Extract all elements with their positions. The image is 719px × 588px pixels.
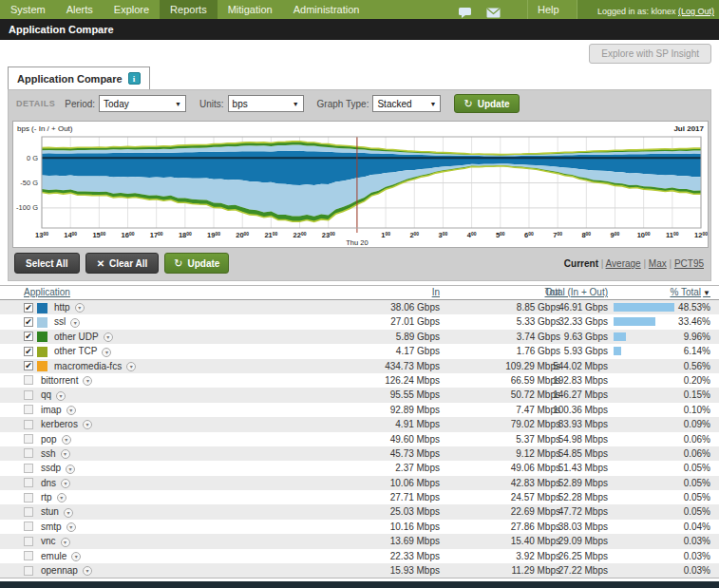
series-color-swatch (37, 332, 47, 342)
row-dropdown-icon[interactable]: ▾ (64, 508, 73, 518)
application-name: vnc▾ (41, 534, 70, 548)
row-dropdown-icon[interactable]: ▾ (56, 391, 66, 401)
row-dropdown-icon[interactable]: ▾ (126, 362, 136, 371)
period-select[interactable]: Today▼ (99, 95, 186, 112)
table-row-other-TCP: ✔other TCP▾4.17 Gbps1.76 Gbps5.93 Gbps6.… (0, 344, 719, 358)
svg-text:1000: 1000 (637, 231, 651, 240)
row-dropdown-icon[interactable]: ▾ (62, 435, 71, 445)
nav-item-mitigation[interactable]: Mitigation (218, 0, 283, 19)
row-checkbox[interactable] (24, 566, 33, 576)
table-row-dns: dns▾10.06 Mbps42.83 Mbps52.89 Mbps0.05% (0, 476, 719, 490)
toolbar-update-button[interactable]: ↻ Update (164, 253, 229, 274)
row-checkbox[interactable] (24, 464, 33, 473)
select-all-button[interactable]: Select All (14, 253, 80, 274)
nav-item-administration[interactable]: Administration (283, 0, 370, 19)
row-dropdown-icon[interactable]: ▾ (70, 318, 80, 328)
row-checkbox[interactable]: ✔ (24, 317, 33, 327)
total-value: 54.85 Mbps (518, 446, 608, 461)
row-checkbox[interactable]: ✔ (24, 303, 33, 313)
row-dropdown-icon[interactable]: ▾ (102, 348, 111, 357)
info-icon[interactable]: i (128, 72, 141, 85)
pct-total-value: 0.05% (653, 504, 710, 519)
pct-total-bar (614, 317, 655, 326)
column-header-total[interactable]: Total (In + Out) (494, 287, 608, 297)
svg-text:300: 300 (439, 231, 448, 240)
svg-text:1300: 1300 (35, 231, 48, 240)
log-out-link[interactable]: (Log Out) (678, 7, 714, 16)
row-checkbox[interactable] (24, 478, 33, 487)
row-dropdown-icon[interactable]: ▾ (61, 449, 70, 459)
email-icon[interactable] (486, 5, 501, 15)
view-link-pct95[interactable]: PCT95 (674, 258, 704, 269)
application-name: opennap▾ (41, 563, 92, 578)
svg-text:1800: 1800 (179, 231, 192, 240)
row-dropdown-icon[interactable]: ▾ (75, 303, 85, 313)
row-dropdown-icon[interactable]: ▾ (57, 493, 66, 503)
row-dropdown-icon[interactable]: ▾ (83, 566, 92, 576)
statistic-view-links: Current | Average | Max | PCT95 (564, 258, 704, 269)
session-datetime-clipped: Thu 20 Jul 2017 12:17:46 EEST (593, 0, 714, 1)
sort-descending-icon: ▼ (703, 289, 710, 297)
view-link-average[interactable]: Average (606, 258, 641, 269)
nav-item-system[interactable]: System (0, 0, 56, 19)
row-dropdown-icon[interactable]: ▾ (71, 552, 81, 561)
explore-sp-insight-button[interactable]: Explore with SP Insight (589, 44, 711, 64)
details-update-button[interactable]: ↻ Update (454, 94, 519, 113)
row-checkbox[interactable] (24, 420, 33, 429)
clear-all-button[interactable]: ✕ Clear All (85, 253, 160, 274)
row-checkbox[interactable] (24, 522, 33, 531)
tab-application-compare[interactable]: Application Compare i (8, 66, 150, 89)
row-dropdown-icon[interactable]: ▾ (66, 406, 76, 415)
in-value: 4.17 Gbps (350, 344, 440, 358)
footer-bar (0, 581, 719, 588)
row-checkbox[interactable] (24, 493, 33, 503)
column-header-application[interactable]: Application (24, 287, 70, 297)
row-dropdown-icon[interactable]: ▾ (61, 479, 70, 488)
svg-text:1700: 1700 (150, 231, 163, 240)
in-value: 22.33 Mbps (350, 549, 440, 563)
total-value: 100.36 Mbps (518, 403, 608, 417)
row-checkbox[interactable] (24, 405, 33, 414)
pct-total-bar (614, 347, 621, 355)
row-dropdown-icon[interactable]: ▾ (83, 376, 92, 386)
row-checkbox[interactable] (24, 551, 33, 560)
pct-total-value: 0.03% (653, 534, 710, 548)
in-value: 92.89 Mbps (350, 403, 440, 417)
row-checkbox[interactable]: ✔ (24, 361, 33, 370)
in-value: 15.93 Mbps (350, 563, 440, 578)
series-color-swatch (37, 347, 47, 357)
nav-item-explore[interactable]: Explore (104, 0, 160, 19)
row-checkbox[interactable]: ✔ (24, 332, 33, 341)
x-icon: ✕ (97, 258, 104, 269)
graph-type-select[interactable]: Stacked▼ (372, 95, 441, 112)
row-dropdown-icon[interactable]: ▾ (61, 538, 70, 547)
column-header-pct-total[interactable]: % Total▼ (596, 287, 710, 297)
application-name: other TCP▾ (54, 344, 111, 358)
row-dropdown-icon[interactable]: ▾ (66, 465, 75, 474)
view-link-max[interactable]: Max (649, 258, 667, 269)
graph-type-label: Graph Type: (317, 99, 369, 109)
row-dropdown-icon[interactable]: ▾ (83, 420, 92, 429)
row-checkbox[interactable] (24, 537, 33, 546)
in-value: 27.71 Mbps (350, 490, 440, 504)
svg-text:500: 500 (496, 231, 505, 240)
svg-text:1600: 1600 (122, 231, 135, 240)
row-dropdown-icon[interactable]: ▾ (66, 522, 76, 532)
row-checkbox[interactable] (24, 434, 33, 444)
comment-icon[interactable] (459, 5, 473, 15)
help-link[interactable]: Help (527, 0, 569, 19)
row-dropdown-icon[interactable]: ▾ (104, 332, 113, 342)
column-header-in[interactable]: In (326, 287, 440, 297)
row-checkbox[interactable]: ✔ (24, 347, 33, 356)
view-link-current[interactable]: Current (564, 258, 598, 269)
table-toolbar: Select All ✕ Clear All ↻ Update Current … (9, 250, 710, 278)
nav-item-alerts[interactable]: Alerts (56, 0, 104, 19)
row-checkbox[interactable] (24, 507, 33, 517)
row-checkbox[interactable] (24, 448, 33, 458)
units-select[interactable]: bps▼ (228, 95, 304, 112)
units-select-value: bps (233, 99, 248, 109)
application-name: macromedia-fcs▾ (54, 359, 136, 373)
row-checkbox[interactable] (24, 390, 33, 400)
row-checkbox[interactable] (24, 375, 33, 385)
nav-item-reports[interactable]: Reports (160, 0, 218, 19)
